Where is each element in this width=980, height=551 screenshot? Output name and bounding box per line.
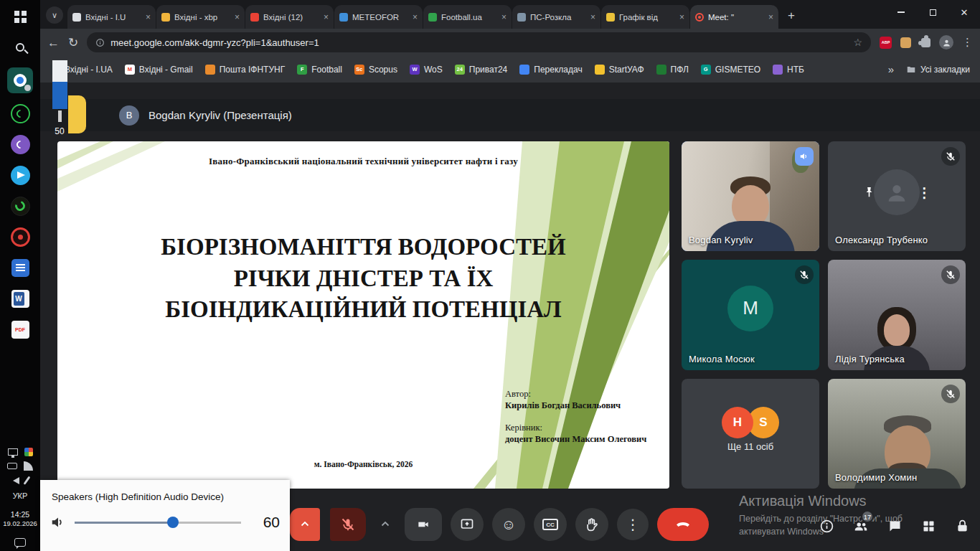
close-tab-icon[interactable]: × [679,13,684,22]
participant-tile-khomyn[interactable]: Володимир Хомин [828,379,966,489]
maximize-button[interactable] [917,0,948,24]
site-info-icon[interactable] [95,38,105,47]
bookmark-item[interactable]: ПФЛ [656,65,689,75]
tile-menu-icon[interactable]: ⋮ [918,184,931,200]
whatsapp-icon[interactable] [8,103,32,124]
adobe-pdf-icon[interactable] [8,319,32,340]
red-app-icon[interactable] [8,226,32,248]
close-window-button[interactable]: ✕ [948,0,980,24]
bookmark-item[interactable]: НТБ [773,65,804,75]
bookmark-item[interactable]: FFootball [297,65,342,75]
taskbar-clock[interactable]: 14:25 19.02.2026 [3,509,37,529]
bookmark-item[interactable]: StartУАФ [595,65,644,75]
back-icon[interactable]: ← [47,37,60,49]
refresh-icon[interactable]: ↻ [68,37,78,49]
close-tab-icon[interactable]: × [590,13,595,22]
bookmark-item[interactable]: MВхідні - Gmail [125,65,193,75]
minimize-button[interactable] [885,0,917,24]
language-indicator[interactable]: УКР [13,491,28,500]
profile-avatar-icon[interactable] [939,35,953,50]
mic-options-chevron-icon[interactable] [290,508,320,541]
tab-search-icon[interactable]: ∨ [46,6,63,24]
browser-menu-icon[interactable]: ⋮ [962,36,973,49]
viber-icon[interactable] [8,133,32,155]
adblock-extension-icon[interactable]: ABP [880,37,892,49]
tab-inbox-xbp[interactable]: Вхідні - xbp× [156,5,245,29]
slide-title: БІОРІЗНОМАНІТТЯ ВОДОРОСТЕЙ РІЧКИ ДНІСТЕР… [79,232,648,326]
mic-muted-icon [941,385,960,403]
color-profile-icon[interactable] [24,448,33,456]
meeting-details-icon[interactable] [819,519,834,534]
mic-muted-button[interactable] [330,508,366,541]
end-call-button[interactable] [657,508,709,541]
camera-options-chevron-icon[interactable] [374,508,396,541]
people-panel-icon[interactable]: 17 [853,518,869,534]
tab-meet-active[interactable]: Meet: "× [690,5,778,29]
taskbar-tray: УКР 14:25 19.02.2026 [0,448,40,547]
tab-football[interactable]: Football.ua× [423,5,512,29]
tab-inbox-iua[interactable]: Вхідні - I.U× [67,5,156,29]
tab-favicon [250,13,259,22]
volume-icon[interactable] [13,477,19,484]
participant-tile-overflow[interactable]: H S Ще 11 осіб [682,379,819,489]
word-icon[interactable] [8,288,32,309]
mail-app-icon[interactable] [8,257,32,278]
mic-muted-icon [941,147,960,166]
close-tab-icon[interactable]: × [324,13,329,22]
volume-slider[interactable] [75,516,241,529]
extensions-puzzle-icon[interactable] [921,38,930,47]
bookmarks-overflow-icon[interactable]: » [888,63,894,75]
present-button[interactable] [451,508,484,541]
close-tab-icon[interactable]: × [768,13,773,22]
close-tab-icon[interactable]: × [501,13,507,22]
participant-tile-trubenko[interactable]: ⋮ Олександр Трубенко [828,141,966,251]
participant-name: Микола Мосюк [689,354,755,364]
host-controls-icon[interactable] [955,519,970,534]
participant-tile-turianska[interactable]: Лідія Турянська [828,260,966,369]
participant-tile-bogdan[interactable]: Bogdan Kyryliv [682,141,819,251]
presentation-slide[interactable]: Івано-Франківський національний технічни… [57,141,669,489]
telegram-icon[interactable] [8,164,32,186]
keyboard-icon[interactable] [7,463,17,469]
search-icon[interactable] [8,37,32,58]
bookmark-item[interactable]: 24Приват24 [455,65,508,75]
network-icon[interactable] [24,461,33,471]
activities-icon[interactable] [921,519,936,534]
close-tab-icon[interactable]: × [413,13,418,22]
reactions-button[interactable]: ☺ [492,508,525,541]
green-app-icon[interactable] [8,195,32,217]
camera-button[interactable] [405,508,442,541]
bookmark-star-icon[interactable]: ☆ [853,37,862,48]
bookmark-item[interactable]: Пошта ІФНТУНГ [205,65,286,75]
display-icon[interactable] [8,448,18,456]
address-bar[interactable]: meet.google.com/akk-dgmr-yzc?pli=1&authu… [87,32,871,52]
wallet-extension-icon[interactable] [900,37,911,48]
bookmark-item[interactable]: Перекладач [519,65,582,75]
presenter-name: Bogdan Kyryliv (Презентація) [149,109,292,121]
more-options-button[interactable]: ⋮ [617,509,649,540]
bookmark-item[interactable]: ScScopus [354,65,397,75]
close-tab-icon[interactable]: × [146,13,151,22]
chrome-profile-icon[interactable] [7,67,33,93]
notifications-icon[interactable] [14,538,26,547]
tab-favicon [161,13,170,22]
volume-slider-thumb[interactable] [167,517,179,528]
participant-tile-mosiuk[interactable]: M Микола Мосюк [682,260,819,369]
bookmark-item[interactable]: GGISMETEO [701,65,760,75]
captions-button[interactable]: CC [534,508,567,541]
tab-ps-schedule[interactable]: ПС-Розкла× [512,5,600,29]
pen-icon[interactable] [23,476,30,484]
raise-hand-button[interactable] [575,508,608,541]
tab-meteofor[interactable]: METEOFOR× [334,5,423,29]
new-tab-icon[interactable]: + [782,6,801,25]
speaker-icon[interactable] [50,514,66,530]
window-controls: ✕ [885,0,980,24]
pin-icon[interactable] [862,185,876,199]
close-tab-icon[interactable]: × [235,13,240,22]
bookmark-item[interactable]: WWoS [410,65,443,75]
windows-start-icon[interactable] [8,6,32,27]
all-bookmarks[interactable]: Усі закладки [906,65,970,75]
tab-schedule[interactable]: Графік від× [601,5,689,29]
chat-panel-icon[interactable] [887,519,903,534]
tab-inbox-12[interactable]: Вхідні (12)× [245,5,334,29]
